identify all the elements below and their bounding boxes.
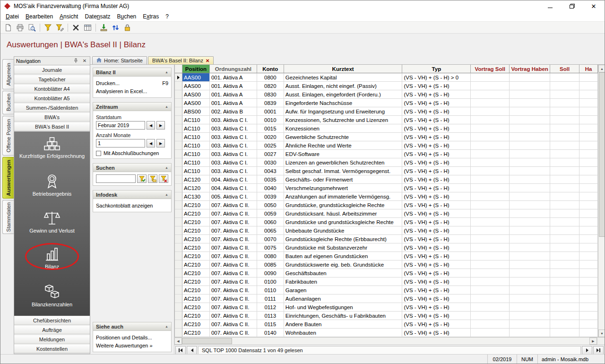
scroll-right-icon[interactable]: ▶ bbox=[589, 338, 597, 345]
menu-bearbeiten[interactable]: Bearbeiten bbox=[22, 12, 56, 21]
table-cell[interactable]: 007. Aktiva C II. bbox=[210, 269, 257, 277]
table-cell[interactable] bbox=[579, 209, 598, 218]
table-cell[interactable] bbox=[510, 133, 550, 141]
horizontal-scroll-thumb[interactable] bbox=[182, 338, 232, 344]
table-cell[interactable]: 0020 bbox=[257, 133, 284, 141]
table-cell[interactable]: 0140 bbox=[257, 329, 284, 337]
row-selector[interactable] bbox=[175, 209, 182, 218]
sidebar-tab-buchen[interactable]: Buchen bbox=[2, 91, 14, 114]
table-cell[interactable] bbox=[579, 269, 598, 277]
table-cell[interactable]: Gewerbliche Schutzrechte bbox=[284, 133, 403, 141]
table-row[interactable]: AC210007. Aktiva C II.0065Unbebaute Grun… bbox=[175, 226, 598, 235]
nav-item-chefubersichten[interactable]: Chefübersichten bbox=[14, 316, 90, 325]
table-cell[interactable]: (VS - VH) + (S - H) bbox=[402, 150, 471, 158]
table-cell[interactable] bbox=[510, 235, 550, 243]
table-cell[interactable] bbox=[471, 107, 510, 116]
table-cell[interactable]: 007. Aktiva C II. bbox=[210, 312, 257, 320]
table-row[interactable]: AC110003. Aktiva C I.0020Gewerbliche Sch… bbox=[175, 133, 598, 141]
row-selector[interactable] bbox=[175, 201, 182, 209]
sachkontoblatt-link[interactable]: Sachkontoblatt anzeigen bbox=[96, 201, 168, 209]
row-selector[interactable] bbox=[175, 312, 182, 320]
nav-item-tagebucher[interactable]: Tagebücher bbox=[14, 75, 90, 84]
table-cell[interactable] bbox=[550, 167, 579, 175]
table-row[interactable]: AAS00001. Aktiva A0830Ausst. Einlagen, e… bbox=[175, 90, 598, 99]
table-cell[interactable] bbox=[510, 320, 550, 329]
vertical-scroll-track[interactable] bbox=[598, 237, 605, 329]
nav-icon-item-kurzfristige-erfolgsrechnung[interactable]: Kurzfristige Erfolgsrechnung bbox=[14, 132, 90, 169]
table-cell[interactable]: Grundstücksgleiche Rechte (Erbbaurecht) bbox=[284, 235, 403, 243]
table-cell[interactable] bbox=[550, 90, 579, 99]
filter-edit-button[interactable] bbox=[54, 22, 66, 33]
table-cell[interactable]: 007. Aktiva C II. bbox=[210, 260, 257, 269]
table-cell[interactable]: 007. Aktiva C II. bbox=[210, 226, 257, 235]
row-selector[interactable] bbox=[175, 99, 182, 107]
section-infodesk-header[interactable]: Infodesk ▲ bbox=[93, 191, 171, 199]
table-cell[interactable]: 001. Aktiva A bbox=[210, 90, 257, 99]
table-row[interactable]: AAS00001. Aktiva A0800Gezeichnetes Kapit… bbox=[175, 73, 598, 82]
table-cell[interactable] bbox=[471, 201, 510, 209]
table-cell[interactable]: (VS - VH) + (S - H) bbox=[402, 312, 471, 320]
transfer-button[interactable] bbox=[110, 22, 121, 33]
table-cell[interactable]: AC210 bbox=[182, 312, 210, 320]
table-cell[interactable]: AC110 bbox=[182, 116, 210, 124]
table-cell[interactable]: 0065 bbox=[257, 226, 284, 235]
table-cell[interactable] bbox=[510, 243, 550, 252]
table-row[interactable]: AC210007. Aktiva C II.0050Grundstücke, g… bbox=[175, 201, 598, 209]
table-cell[interactable]: 007. Aktiva C II. bbox=[210, 243, 257, 252]
weitere-auswertungen-link[interactable]: Weitere Auswertungen » bbox=[96, 341, 168, 349]
table-cell[interactable]: AC120 bbox=[182, 175, 210, 184]
table-cell[interactable]: AC110 bbox=[182, 124, 210, 133]
table-cell[interactable]: AC210 bbox=[182, 209, 210, 218]
nav-item-summen-saldenlisten[interactable]: Summen-/Saldenlisten bbox=[14, 103, 90, 112]
nav-icon-item-bilanzkennzahlen[interactable]: Bilanzkennzahlen bbox=[14, 280, 90, 316]
table-cell[interactable] bbox=[550, 82, 579, 90]
menu-datensatz[interactable]: Datensatz bbox=[81, 12, 113, 21]
table-row[interactable]: AC110003. Aktiva C I.0015Konzessionen(VS… bbox=[175, 124, 598, 133]
table-cell[interactable]: Ausst. Einlagen, eingefordert (Forderu.) bbox=[284, 90, 403, 99]
table-cell[interactable] bbox=[471, 235, 510, 243]
table-cell[interactable]: AC110 bbox=[182, 158, 210, 167]
table-row[interactable]: AC210007. Aktiva C II.0059Grundstücksant… bbox=[175, 209, 598, 218]
table-cell[interactable] bbox=[550, 260, 579, 269]
table-cell[interactable]: (VS - VH) + (S - H) bbox=[402, 107, 471, 116]
table-cell[interactable]: 0040 bbox=[257, 184, 284, 192]
table-cell[interactable] bbox=[550, 175, 579, 184]
table-cell[interactable] bbox=[579, 218, 598, 226]
table-cell[interactable]: (VS - VH) + (S - H) bbox=[402, 235, 471, 243]
row-selector[interactable] bbox=[175, 107, 182, 116]
table-cell[interactable] bbox=[579, 90, 598, 99]
table-row[interactable]: AC210007. Aktiva C II.0090Geschäftsbaute… bbox=[175, 269, 598, 277]
restore-button[interactable] bbox=[561, 0, 583, 12]
nav-item-meldungen[interactable]: Meldungen bbox=[14, 335, 90, 344]
table-cell[interactable]: 0075 bbox=[257, 243, 284, 252]
table-cell[interactable]: (VS - VH) + (S - H) bbox=[402, 82, 471, 90]
table-cell[interactable]: EDV-Software bbox=[284, 150, 403, 158]
table-cell[interactable] bbox=[579, 107, 598, 116]
sidebar-tab-auswertungen[interactable]: Auswertungen bbox=[2, 157, 14, 199]
nav-item-bwa-s[interactable]: BWA's bbox=[14, 113, 90, 121]
table-cell[interactable]: AC130 bbox=[182, 192, 210, 201]
table-cell[interactable]: (VS - VH) + (S - H) bbox=[402, 201, 471, 209]
table-cell[interactable] bbox=[550, 243, 579, 252]
drucken-link[interactable]: Drucken... F9 bbox=[96, 79, 168, 87]
table-row[interactable]: AC130005. Aktiva C I.0039Anzahlungen auf… bbox=[175, 192, 598, 201]
table-cell[interactable]: AC210 bbox=[182, 269, 210, 277]
filter-folder-button[interactable] bbox=[148, 174, 157, 183]
horizontal-scroll-track[interactable] bbox=[232, 338, 589, 345]
table-cell[interactable]: 001. Aktiva A bbox=[210, 73, 257, 82]
table-cell[interactable] bbox=[471, 252, 510, 260]
column-header-soll[interactable]: Soll bbox=[550, 65, 579, 73]
column-header-vortrag-soll[interactable]: Vortrag Soll bbox=[471, 65, 510, 73]
table-cell[interactable] bbox=[510, 252, 550, 260]
table-cell[interactable] bbox=[471, 243, 510, 252]
table-cell[interactable]: 0112 bbox=[257, 303, 284, 312]
row-selector[interactable] bbox=[175, 124, 182, 133]
table-cell[interactable] bbox=[510, 184, 550, 192]
filter-apply-button[interactable] bbox=[137, 174, 147, 183]
table-cell[interactable]: Hof- und Wegbefestigungen bbox=[284, 303, 403, 312]
menu-ansicht[interactable]: Ansicht bbox=[56, 12, 81, 21]
table-cell[interactable] bbox=[579, 286, 598, 295]
row-selector[interactable] bbox=[175, 133, 182, 141]
table-cell[interactable]: 004. Aktiva C I. bbox=[210, 184, 257, 192]
table-cell[interactable] bbox=[471, 73, 510, 82]
